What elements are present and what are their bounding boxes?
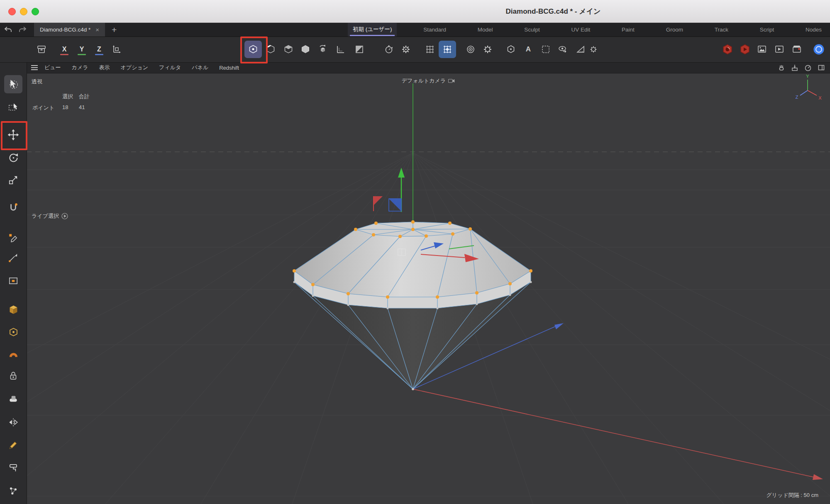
- layout-tab-startup-user[interactable]: 初期 (ユーザー): [348, 22, 397, 37]
- cube-primitive-button[interactable]: [4, 300, 22, 319]
- pencil-spline-button[interactable]: [4, 436, 22, 454]
- lock-y-axis-button[interactable]: Y: [73, 41, 90, 58]
- camera-name-hud[interactable]: デフォルトカメラ: [402, 77, 455, 85]
- layout-tab-groom[interactable]: Groom: [661, 22, 688, 37]
- blue-disc-icon: [813, 43, 825, 56]
- gauge-icon: [804, 64, 812, 71]
- gizmo-z-label: Z: [796, 95, 798, 100]
- scale-tool-button[interactable]: [4, 171, 22, 189]
- polygon-pen-tool-button[interactable]: [4, 229, 22, 247]
- undo-button[interactable]: [2, 24, 14, 35]
- layout-tab-standard[interactable]: Standard: [418, 22, 451, 37]
- magnet-tool-button[interactable]: [4, 199, 22, 217]
- menu-view[interactable]: ビュー: [39, 64, 66, 71]
- interactive-render-region-button[interactable]: [810, 41, 828, 58]
- polygon-display-button[interactable]: [502, 41, 520, 58]
- visibility-filter-button[interactable]: [554, 41, 571, 58]
- edge-mode-button[interactable]: [262, 41, 279, 58]
- snap-target-button[interactable]: [462, 41, 479, 58]
- keying-settings-button[interactable]: [397, 41, 415, 58]
- hand-icon: [778, 64, 785, 71]
- selection-hud: 選択 合計 ポイント 18 41: [32, 93, 95, 112]
- y-axis-underline: [78, 54, 86, 55]
- lock-x-axis-button[interactable]: X: [56, 41, 73, 58]
- menu-camera[interactable]: カメラ: [66, 64, 94, 71]
- document-tab-bar: Diamond-BCG.c4d * × + 初期 (ユーザー) Standard…: [0, 22, 830, 37]
- main-toolbar: X Y Z: [0, 37, 830, 63]
- model-mode-button[interactable]: [297, 41, 314, 58]
- stopwatch-icon: [383, 44, 394, 55]
- quantize-grid-button[interactable]: [421, 41, 439, 58]
- performance-gauge-button[interactable]: [803, 63, 813, 72]
- points-mode-icon: [248, 44, 259, 55]
- layout-tab-paint[interactable]: Paint: [617, 22, 640, 37]
- layout-tab-model[interactable]: Model: [473, 22, 498, 37]
- minimize-window-button[interactable]: [20, 8, 27, 15]
- snap-grid-button[interactable]: [439, 41, 456, 58]
- mirror-tool-button[interactable]: [4, 413, 22, 431]
- viewport-canvas[interactable]: [27, 73, 830, 504]
- autokey-button[interactable]: [380, 41, 398, 58]
- rectangle-spline-tool-button[interactable]: [4, 272, 22, 290]
- redshift-renderview-button[interactable]: [719, 41, 736, 58]
- close-tab-icon[interactable]: ×: [95, 27, 99, 33]
- viewport-hamburger-button[interactable]: [30, 63, 39, 72]
- layout-tab-uvedit[interactable]: UV Edit: [566, 22, 596, 37]
- camera-icon: [448, 78, 455, 83]
- document-tab[interactable]: Diamond-BCG.c4d * ×: [34, 22, 105, 37]
- move-tool-button[interactable]: [4, 126, 22, 144]
- mirror-icon: [8, 417, 19, 428]
- menu-options[interactable]: オプション: [115, 64, 154, 71]
- rotate-tool-button[interactable]: [4, 149, 22, 167]
- new-tab-button[interactable]: +: [112, 25, 117, 34]
- generator-object-button[interactable]: [4, 323, 22, 341]
- selection-filter-button[interactable]: [537, 41, 554, 58]
- live-selection-tool-button[interactable]: [4, 75, 22, 93]
- layout-tab-sculpt[interactable]: Sculpt: [519, 22, 545, 37]
- layout-tab-script[interactable]: Script: [755, 22, 779, 37]
- menu-filter[interactable]: フィルタ: [154, 64, 186, 71]
- eraser-icon: [8, 394, 19, 404]
- annotation-tool-button[interactable]: A: [520, 41, 537, 58]
- z-axis-underline: [95, 54, 103, 55]
- menu-display[interactable]: 表示: [94, 64, 115, 71]
- deformer-object-button[interactable]: [4, 344, 22, 363]
- redo-button[interactable]: [17, 24, 28, 35]
- render-view-button[interactable]: [753, 41, 771, 58]
- rectangle-selection-tool-button[interactable]: [4, 98, 22, 117]
- snap-settings-button[interactable]: [479, 41, 496, 58]
- frame-all-button[interactable]: [790, 63, 799, 72]
- points-mode-button[interactable]: [244, 41, 262, 58]
- render-queue-button[interactable]: [771, 41, 788, 58]
- nodes-icon: [8, 485, 19, 496]
- object-mode-button[interactable]: [314, 41, 332, 58]
- eraser-tool-button[interactable]: [4, 390, 22, 408]
- orientation-gizmo[interactable]: Y Z X: [790, 74, 826, 105]
- tool-options-icon[interactable]: [61, 213, 68, 219]
- layout-tab-track[interactable]: Track: [710, 22, 733, 37]
- menu-panel[interactable]: パネル: [186, 64, 214, 71]
- undo-icon: [4, 26, 13, 33]
- lock-workplane-button[interactable]: [4, 367, 22, 385]
- viewport-split-button[interactable]: [351, 41, 368, 58]
- polygon-mode-button[interactable]: [280, 41, 297, 58]
- pan-hand-button[interactable]: [777, 63, 786, 72]
- knife-tool-button[interactable]: [4, 248, 22, 267]
- zoom-window-button[interactable]: [32, 8, 39, 15]
- redshift-ipr-button[interactable]: [736, 41, 754, 58]
- node-editor-button[interactable]: [4, 482, 22, 500]
- render-settings-button[interactable]: [788, 41, 806, 58]
- rectangle-spline-icon: [8, 275, 19, 286]
- viewport-settings-button[interactable]: [585, 41, 602, 58]
- edge-mode-icon: [265, 44, 276, 55]
- menu-redshift[interactable]: Redshift: [214, 65, 244, 71]
- layout-tab-nodes[interactable]: Nodes: [801, 22, 827, 37]
- paint-roller-button[interactable]: [4, 459, 22, 477]
- viewport-layout-button[interactable]: [817, 63, 826, 72]
- archive-box-icon: [36, 44, 47, 55]
- workplane-mode-button[interactable]: [332, 41, 349, 58]
- close-window-button[interactable]: [8, 8, 16, 15]
- lock-z-axis-button[interactable]: Z: [90, 41, 108, 58]
- coordinate-system-button[interactable]: [108, 41, 125, 58]
- content-browser-button[interactable]: [33, 41, 50, 58]
